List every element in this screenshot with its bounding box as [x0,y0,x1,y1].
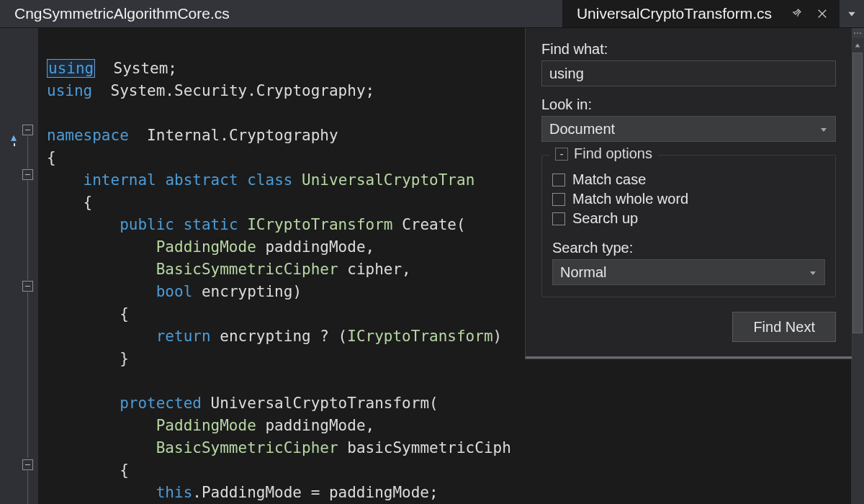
close-tab-icon[interactable] [815,6,829,21]
marker-icon: ▴ [11,130,17,144]
button-label: Find Next [753,319,815,336]
searchtype-value: Normal [560,264,606,281]
tab-left[interactable]: CngSymmetricAlgorithmCore.cs [0,0,244,27]
chevron-down-icon [809,264,817,281]
matchcase-label: Match case [572,171,646,188]
matchcase-checkbox[interactable] [552,174,565,186]
lookin-select[interactable]: Document [541,116,836,142]
wholeword-label: Match whole word [572,191,688,207]
fold-toggle[interactable] [22,169,33,180]
tab-label: UniversalCryptoTransform.cs [577,5,772,22]
pin-icon[interactable] [789,6,804,21]
splitter-handle[interactable] [851,28,864,38]
find-options-group: - Find options Match case Match whole wo… [541,155,836,297]
tab-label: CngSymmetricAlgorithmCore.cs [14,5,230,22]
lookin-label: Look in: [541,96,836,113]
scroll-thumb[interactable] [852,53,863,333]
lookin-value: Document [549,121,615,138]
searchup-label: Search up [572,210,638,227]
group-collapse-toggle[interactable]: - [555,148,568,161]
tab-bar: CngSymmetricAlgorithmCore.cs UniversalCr… [0,0,864,28]
chevron-down-icon [819,121,828,138]
searchup-checkbox[interactable] [552,212,565,225]
tab-actions [779,0,840,27]
vertical-scrollbar[interactable] [851,28,864,504]
fold-toggle[interactable] [22,125,33,135]
findwhat-label: Find what: [541,41,836,58]
group-title: Find options [574,145,652,162]
tab-spacer [244,0,562,27]
fold-gutter: ▴ [8,28,38,504]
find-next-button[interactable]: Find Next [732,312,836,342]
fold-toggle[interactable] [22,281,33,292]
findwhat-input[interactable] [541,60,836,86]
find-panel: Find what: Look in: Document - Find opti… [525,28,852,359]
tab-overflow-menu[interactable] [840,0,864,27]
selection-margin [0,28,8,504]
searchtype-select[interactable]: Normal [552,259,825,285]
tab-right[interactable]: UniversalCryptoTransform.cs [562,0,779,27]
wholeword-checkbox[interactable] [552,193,565,206]
searchtype-label: Search type: [552,240,825,256]
fold-toggle[interactable] [22,459,33,470]
scroll-up-icon[interactable] [851,38,864,53]
